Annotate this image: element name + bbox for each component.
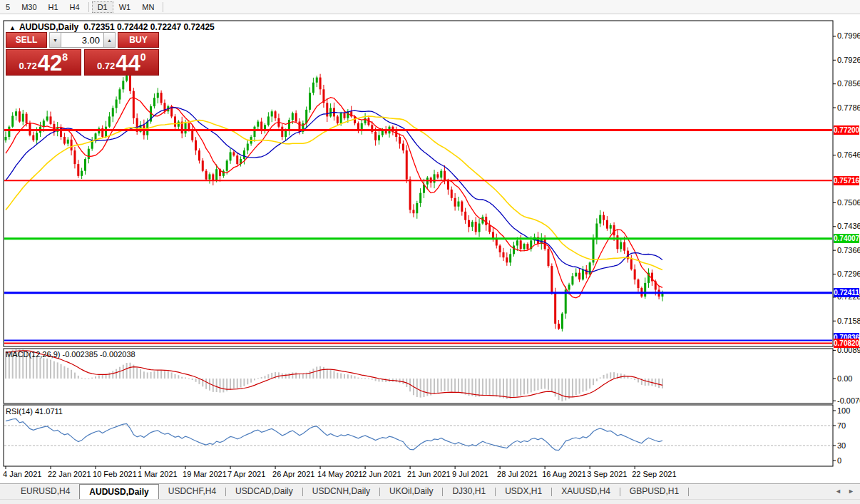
candle-body bbox=[185, 123, 187, 133]
macd-bar bbox=[565, 379, 566, 401]
price-axis-label: 0.77860 bbox=[837, 103, 860, 112]
candle-body bbox=[551, 266, 553, 293]
macd-bar bbox=[582, 379, 583, 392]
candle-body bbox=[344, 113, 346, 118]
price-level-tag: 0.75716 bbox=[834, 176, 859, 185]
macd-bar bbox=[516, 379, 518, 396]
candle-body bbox=[412, 210, 414, 213]
macd-bar bbox=[364, 378, 366, 379]
macd-bar bbox=[205, 379, 207, 389]
buy-button[interactable]: BUY bbox=[118, 32, 159, 48]
macd-bar bbox=[33, 355, 34, 379]
candle-body bbox=[288, 120, 290, 130]
candle-body bbox=[71, 140, 73, 150]
volume-increase-button[interactable]: ▲ bbox=[103, 32, 116, 48]
macd-bar bbox=[603, 375, 605, 379]
macd-bar bbox=[108, 373, 110, 379]
macd-bar bbox=[375, 379, 377, 381]
macd-bar bbox=[357, 378, 359, 379]
candle-body bbox=[236, 155, 238, 164]
macd-bar bbox=[634, 379, 635, 380]
macd-bar bbox=[465, 379, 466, 395]
sell-button[interactable]: SELL bbox=[6, 32, 47, 48]
candle-body bbox=[63, 137, 66, 144]
macd-bar bbox=[344, 374, 345, 379]
macd-bar bbox=[150, 372, 152, 379]
candle-body bbox=[575, 273, 577, 277]
macd-bar bbox=[178, 375, 179, 379]
macd-bar bbox=[503, 379, 504, 398]
buy-price-box[interactable]: 0.72 44 0 bbox=[84, 49, 160, 76]
candle-body bbox=[644, 283, 646, 297]
one-click-trading-panel: SELL ▼ ▲ BUY 0.72 42 8 0.72 44 0 bbox=[6, 32, 159, 76]
chart-canvas[interactable] bbox=[0, 0, 860, 504]
price-level-tag: 0.70820 bbox=[834, 339, 859, 348]
candle-body bbox=[32, 135, 34, 140]
macd-bar bbox=[126, 363, 128, 379]
candle-body bbox=[496, 239, 498, 246]
candle-body bbox=[243, 150, 245, 159]
candle-body bbox=[582, 269, 584, 279]
macd-bar bbox=[222, 379, 224, 392]
macd-bar bbox=[600, 377, 601, 379]
candle-body bbox=[595, 224, 598, 239]
macd-bar bbox=[385, 379, 387, 382]
candle-body bbox=[434, 174, 436, 182]
macd-bar bbox=[129, 363, 130, 379]
chart-ohlc-values: 0.72351 0.72442 0.72247 0.72425 bbox=[83, 22, 215, 32]
candle-body bbox=[116, 100, 118, 108]
candle-body bbox=[440, 171, 442, 178]
macd-bar bbox=[333, 371, 334, 379]
sell-price-box[interactable]: 0.72 42 8 bbox=[6, 49, 81, 76]
candle-body bbox=[309, 93, 311, 110]
candle-body bbox=[292, 113, 294, 120]
sell-price-big: 42 bbox=[38, 51, 62, 75]
macd-indicator-label: MACD(12,26,9) -0.002385 -0.002038 bbox=[6, 350, 135, 359]
macd-bar bbox=[489, 379, 491, 396]
macd-bar bbox=[123, 365, 124, 379]
macd-bar bbox=[323, 367, 324, 379]
candle-body bbox=[112, 108, 114, 117]
candle-body bbox=[606, 220, 608, 229]
macd-bar bbox=[534, 379, 536, 391]
candle-body bbox=[378, 135, 380, 140]
candle-body bbox=[36, 133, 38, 140]
candle-body bbox=[67, 140, 69, 144]
macd-bar bbox=[478, 379, 480, 396]
macd-bar bbox=[638, 379, 639, 382]
candle-body bbox=[312, 83, 314, 93]
rsi-axis-label: 0 bbox=[837, 456, 841, 465]
macd-bar bbox=[250, 379, 252, 383]
volume-decrease-button[interactable]: ▼ bbox=[49, 32, 61, 48]
candle-body bbox=[153, 98, 155, 106]
candle-body bbox=[468, 220, 470, 227]
candle-body bbox=[257, 122, 259, 127]
price-axis-label: 0.76460 bbox=[837, 150, 860, 159]
candle-body bbox=[506, 257, 508, 262]
macd-bar bbox=[36, 356, 38, 379]
candle-body bbox=[126, 76, 128, 81]
candle-body bbox=[526, 244, 528, 249]
candle-body bbox=[5, 137, 7, 140]
macd-bar bbox=[510, 379, 511, 398]
macd-bar bbox=[91, 378, 93, 379]
candle-body bbox=[105, 127, 107, 137]
candle-body bbox=[129, 76, 131, 91]
candle-body bbox=[108, 116, 111, 126]
candle-body bbox=[26, 114, 28, 123]
candle-body bbox=[267, 116, 270, 125]
rsi-panel[interactable] bbox=[4, 405, 833, 466]
macd-bar bbox=[327, 369, 328, 379]
candle-body bbox=[11, 115, 14, 126]
candle-body bbox=[571, 276, 573, 284]
volume-input[interactable] bbox=[61, 32, 103, 48]
macd-bar bbox=[261, 377, 262, 379]
macd-bar bbox=[292, 372, 293, 379]
macd-bar bbox=[354, 376, 356, 379]
candle-body bbox=[520, 240, 522, 249]
one-click-toggle-icon[interactable]: ▲ bbox=[9, 24, 16, 31]
macd-bar bbox=[572, 379, 573, 397]
candle-body bbox=[215, 169, 217, 181]
macd-bar bbox=[520, 379, 521, 396]
price-axis-label: 0.72960 bbox=[837, 269, 860, 278]
